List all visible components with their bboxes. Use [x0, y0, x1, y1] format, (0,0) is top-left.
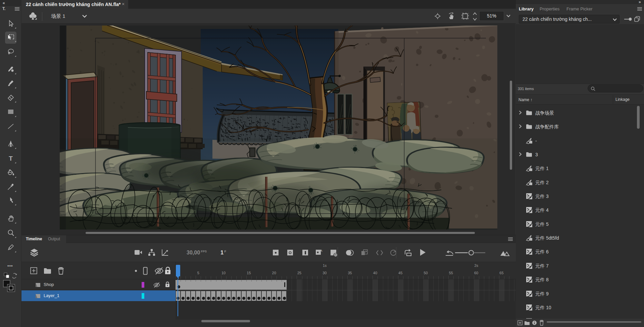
- svg-text:A: A: [320, 249, 323, 252]
- svg-text:T: T: [9, 155, 13, 162]
